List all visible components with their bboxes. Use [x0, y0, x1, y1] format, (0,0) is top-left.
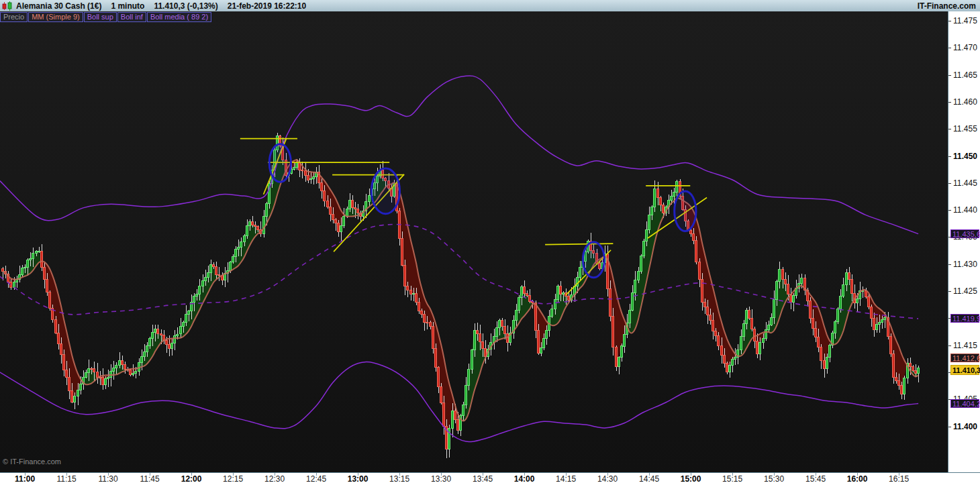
- time-axis-label: 14:00: [514, 474, 535, 483]
- title-bar: Alemania 30 Cash (1€) 1 minuto 11.410,3 …: [0, 0, 980, 12]
- time-axis-label: 15:00: [681, 474, 701, 483]
- price-axis-label: 11.450: [953, 152, 977, 161]
- time-axis-label: 16:15: [889, 474, 909, 483]
- time-axis-label: 14:45: [639, 474, 659, 483]
- price-axis-label: 11.455: [953, 124, 977, 133]
- price-tick: [948, 427, 951, 427]
- quote-datetime: 21-feb-2019 16:22:10: [228, 1, 306, 11]
- indicator-chip-row: Precio MM (Simple 9) Boll sup Boll inf B…: [0, 12, 212, 22]
- price-axis-label: 11.400: [953, 422, 977, 431]
- indicator-chip-boll-sup[interactable]: Boll sup: [84, 12, 117, 22]
- price-tick: [948, 102, 951, 103]
- time-axis-label: 15:15: [722, 474, 742, 483]
- time-axis-label: 11:00: [15, 474, 35, 483]
- mm-value-tag: 11.412,6: [950, 354, 979, 362]
- time-axis-label: 11:45: [140, 474, 159, 483]
- price-tick: [948, 264, 951, 265]
- bollinger-value-tag: 11.404,2: [950, 399, 979, 408]
- price-axis-label: 11.465: [953, 70, 977, 80]
- time-axis-label: 11:30: [98, 474, 117, 483]
- price-axis[interactable]: 11.47511.47011.46511.46011.45511.45011.4…: [948, 11, 980, 472]
- candlestick-logo-icon: [2, 1, 12, 11]
- instrument-title: Alemania 30 Cash (1€): [16, 1, 101, 11]
- time-axis-label: 12:15: [223, 474, 243, 483]
- time-axis-label: 15:30: [764, 474, 784, 483]
- chart-plot-area[interactable]: © IT-Finance.com: [0, 11, 948, 472]
- price-tick: [948, 129, 951, 129]
- bollinger-value-tag: 11.435,6: [950, 229, 979, 238]
- last-quote: 11.410,3 (-0,13%): [154, 1, 217, 11]
- price-axis-label: 11.415: [953, 341, 977, 350]
- last-price-tag: 11.410,3: [950, 365, 979, 375]
- indicator-chip-mm-simple-9[interactable]: MM (Simple 9): [28, 12, 83, 22]
- time-axis-label: 13:45: [473, 474, 493, 483]
- price-tick: [948, 183, 951, 184]
- price-axis-label: 11.470: [953, 43, 977, 52]
- time-axis-label: 12:30: [264, 474, 285, 483]
- time-axis-label: 14:30: [597, 474, 618, 483]
- trading-chart-window: Alemania 30 Cash (1€) 1 minuto 11.410,3 …: [0, 0, 980, 483]
- time-axis-label: 12:45: [306, 474, 326, 483]
- indicator-chip-boll-media[interactable]: Boll media ( 89 2): [147, 12, 211, 22]
- price-axis-label: 11.445: [953, 178, 977, 188]
- price-axis-label: 11.430: [953, 260, 977, 269]
- price-tick: [948, 210, 951, 211]
- indicator-chip-boll-inf[interactable]: Boll inf: [117, 12, 146, 22]
- time-axis-label: 13:00: [348, 474, 369, 483]
- time-axis-label: 13:30: [431, 474, 451, 483]
- price-axis-label: 11.440: [953, 205, 977, 215]
- price-tick: [948, 48, 951, 48]
- price-tick: [948, 345, 951, 346]
- timeframe-label: 1 minuto: [111, 1, 144, 11]
- time-axis-label: 16:00: [847, 474, 868, 483]
- price-tick: [948, 75, 951, 76]
- price-axis-label: 11.475: [953, 16, 977, 25]
- bollinger-value-tag: 11.419,9: [950, 314, 979, 323]
- candlestick-chart-svg[interactable]: [0, 11, 948, 472]
- brand-label: IT-Finance.com: [918, 1, 976, 11]
- price-axis-label: 11.460: [953, 97, 977, 107]
- time-axis-label: 14:15: [556, 474, 576, 483]
- price-tick: [948, 21, 951, 21]
- indicator-chip-precio[interactable]: Precio: [0, 12, 28, 22]
- watermark: © IT-Finance.com: [3, 458, 61, 466]
- time-axis[interactable]: 11:0011:1511:3011:4512:0012:1512:3012:45…: [0, 472, 980, 483]
- time-axis-label: 13:15: [389, 474, 409, 483]
- time-axis-label: 15:45: [805, 474, 826, 483]
- time-axis-label: 12:00: [181, 474, 202, 483]
- price-tick: [948, 156, 951, 157]
- price-tick: [948, 291, 951, 292]
- time-axis-label: 11:15: [56, 474, 76, 483]
- price-axis-label: 11.425: [953, 286, 977, 296]
